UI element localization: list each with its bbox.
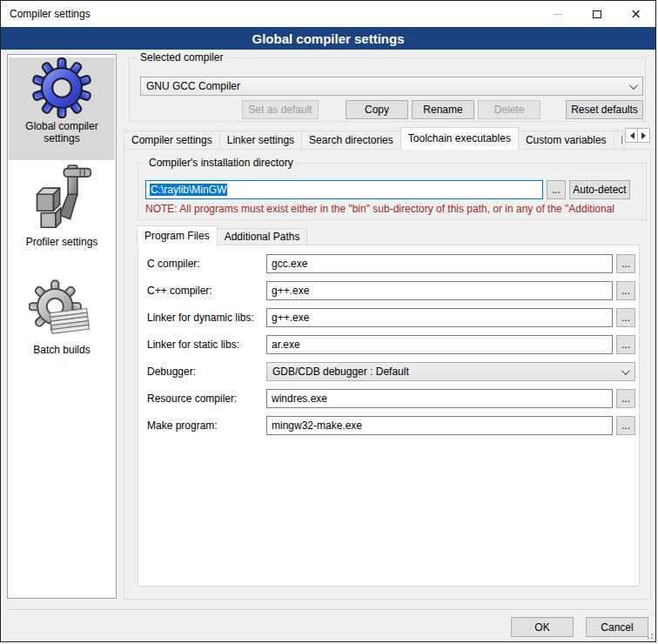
dialog-header: Global compiler settings [1, 27, 655, 50]
debugger-select[interactable]: GDB/CDB debugger : Default [266, 362, 635, 381]
group-title: Selected compiler [137, 51, 226, 64]
maximize-icon [593, 10, 601, 18]
tab-scroll-left-button[interactable] [625, 128, 638, 143]
compiler-select-value: GNU GCC Compiler [146, 80, 240, 92]
cpp-compiler-label: C++ compiler: [147, 281, 212, 300]
tab-scroll-right-button[interactable] [637, 128, 650, 143]
tab-compiler-settings[interactable]: Compiler settings [124, 131, 220, 150]
titlebar: Compiler settings × [1, 1, 655, 27]
debugger-select-value: GDB/CDB debugger : Default [272, 366, 409, 378]
page-title: Global compiler settings [252, 31, 404, 46]
tab-build-options[interactable]: Build options [614, 131, 623, 150]
arrow-left-icon [627, 132, 634, 139]
sidebar-item-label: Batch builds [30, 342, 93, 358]
resource-compiler-browse-button[interactable]: ... [616, 389, 635, 408]
installation-directory-browse-button[interactable]: ... [547, 180, 566, 199]
rename-button[interactable]: Rename [412, 100, 474, 119]
blue-gear-icon [31, 57, 92, 118]
c-compiler-browse-button[interactable]: ... [616, 254, 635, 273]
window-title: Compiler settings [1, 8, 91, 20]
resize-grip[interactable] [644, 630, 653, 639]
program-tabs: Program Files Additional Paths [138, 225, 307, 245]
linker-static-label: Linker for static libs: [147, 335, 239, 354]
close-button[interactable]: × [616, 1, 655, 27]
reset-defaults-button[interactable]: Reset defaults [566, 100, 643, 119]
set-as-default-button[interactable]: Set as default [242, 100, 319, 119]
gray-gear-stack-icon [29, 279, 95, 342]
tab-additional-paths[interactable]: Additional Paths [217, 228, 308, 245]
compiler-select[interactable]: GNU GCC Compiler [140, 77, 643, 96]
arrow-right-icon [641, 132, 649, 139]
make-program-browse-button[interactable]: ... [616, 416, 635, 435]
debugger-label: Debugger: [147, 362, 196, 381]
maximize-button[interactable] [577, 1, 616, 27]
cancel-button[interactable]: Cancel [586, 617, 648, 637]
dialog-content: Global compiler settings [1, 50, 655, 641]
tab-custom-variables[interactable]: Custom variables [518, 131, 614, 150]
installation-directory-group: Compiler's installation directory C:\ray… [138, 163, 647, 220]
tab-toolchain-executables[interactable]: Toolchain executables [400, 127, 519, 150]
compiler-tabs: Compiler settings Linker settings Search… [124, 127, 651, 150]
copy-button[interactable]: Copy [346, 100, 408, 119]
linker-static-input[interactable] [266, 335, 613, 354]
sidebar-item-profiler-settings[interactable]: Profiler settings [9, 163, 115, 255]
footer-divider [8, 609, 648, 611]
toolchain-executables-panel: Compiler's installation directory C:\ray… [124, 149, 651, 600]
installation-directory-input[interactable]: C:\raylib\MinGW [145, 180, 543, 199]
tab-search-directories[interactable]: Search directories [301, 131, 401, 150]
delete-button[interactable]: Delete [478, 100, 540, 119]
sidebar-item-batch-builds[interactable]: Batch builds [9, 279, 115, 363]
make-program-input[interactable] [266, 416, 613, 435]
selected-compiler-group: Selected compiler GNU GCC Compiler Set a… [129, 57, 646, 122]
chevron-down-icon [629, 81, 638, 90]
c-compiler-input[interactable] [266, 254, 613, 273]
sidebar-item-label: Profiler settings [23, 234, 102, 250]
chevron-down-icon [621, 366, 630, 375]
cpp-compiler-browse-button[interactable]: ... [616, 281, 635, 300]
installation-note: NOTE: All programs must exist either in … [145, 203, 642, 215]
tab-program-files[interactable]: Program Files [137, 225, 218, 245]
linker-dynamic-label: Linker for dynamic libs: [147, 308, 254, 327]
linker-static-browse-button[interactable]: ... [616, 335, 635, 354]
ok-button[interactable]: OK [511, 617, 574, 637]
program-files-panel: C compiler: ... C++ compiler: ... Linker… [138, 245, 640, 587]
linker-dynamic-browse-button[interactable]: ... [616, 308, 635, 327]
compiler-settings-dialog: Compiler settings × Global compiler sett… [0, 0, 656, 642]
auto-detect-button[interactable]: Auto-detect [569, 180, 630, 199]
resource-compiler-input[interactable] [266, 389, 613, 408]
group-title: Compiler's installation directory [145, 157, 297, 169]
cpp-compiler-input[interactable] [266, 281, 613, 300]
caliper-tool-icon [29, 163, 95, 234]
close-icon: × [630, 8, 641, 21]
installation-directory-value: C:\raylib\MinGW [150, 184, 227, 196]
tab-linker-settings[interactable]: Linker settings [219, 131, 302, 150]
make-program-label: Make program: [147, 416, 218, 435]
minimize-button[interactable] [538, 1, 577, 27]
sidebar-item-global-compiler-settings[interactable]: Global compiler settings [9, 57, 115, 160]
c-compiler-label: C compiler: [147, 254, 200, 273]
settings-category-list: Global compiler settings [7, 54, 117, 599]
minimize-icon [554, 14, 562, 15]
resource-compiler-label: Resource compiler: [147, 389, 237, 408]
linker-dynamic-input[interactable] [266, 308, 613, 327]
sidebar-item-label: Global compiler settings [14, 118, 110, 146]
